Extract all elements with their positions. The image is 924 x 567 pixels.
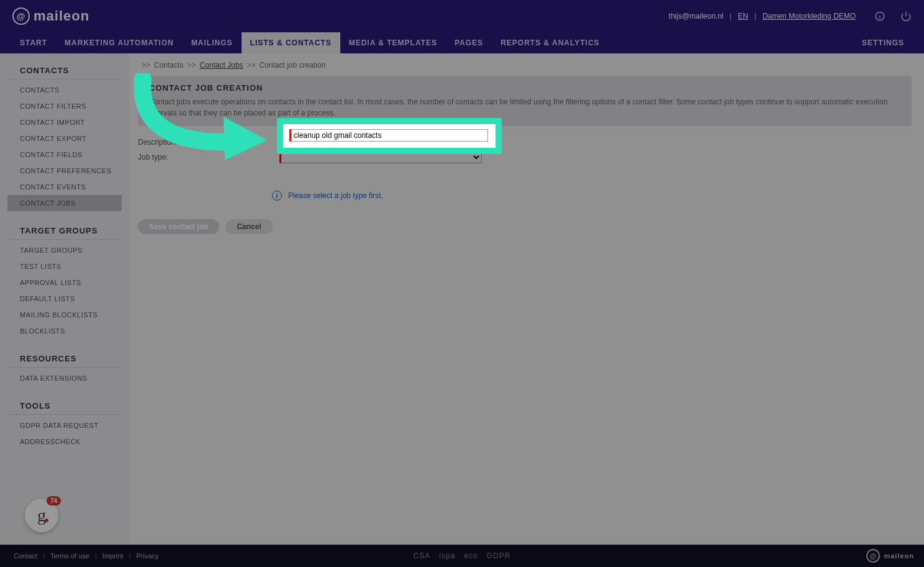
- app-footer: Contact | Terms of use | Imprint | Priva…: [0, 545, 924, 567]
- grammarly-widget[interactable]: g 74: [25, 499, 58, 532]
- separator: |: [754, 12, 756, 20]
- footer-link-privacy[interactable]: Privacy: [136, 552, 158, 560]
- main-panel: >>Contacts>>Contact Jobs>>Contact job cr…: [129, 53, 924, 545]
- sidebar-item-contact-jobs[interactable]: CONTACT JOBS: [7, 195, 122, 211]
- widget-badge: 74: [47, 496, 61, 506]
- logo-icon: @: [866, 549, 880, 563]
- sidebar-section-target-groups: TARGET GROUPS: [7, 220, 122, 240]
- brand-name: maileon: [884, 552, 914, 560]
- footer-brand: @ maileon: [866, 549, 914, 563]
- jobtype-row: Job type:: [138, 151, 912, 163]
- brand-name: maileon: [34, 8, 89, 24]
- widget-dot-icon: [45, 519, 48, 522]
- description-row: Description:: [138, 136, 912, 148]
- header-account-area: thijs@maileon.nl | EN | Damen Motorkledi…: [669, 11, 912, 22]
- app-header: @ maileon thijs@maileon.nl | EN | Damen …: [0, 0, 924, 32]
- nav-tab-start[interactable]: START: [11, 32, 56, 53]
- sidebar-item-contacts[interactable]: CONTACTS: [0, 82, 129, 98]
- cert-csa: CSA: [414, 551, 431, 560]
- nav-tab-settings[interactable]: SETTINGS: [853, 32, 913, 53]
- widget-letter: g: [37, 506, 46, 525]
- jobtype-label: Job type:: [138, 153, 279, 161]
- footer-link-contact[interactable]: Contact: [14, 552, 37, 560]
- nav-tab-reports-analytics[interactable]: REPORTS & ANALYTICS: [492, 32, 608, 53]
- sidebar-item-addresscheck[interactable]: ADDRESSCHECK: [0, 433, 129, 450]
- nav-tab-pages[interactable]: PAGES: [446, 32, 492, 53]
- breadcrumb-item[interactable]: Contact Jobs: [199, 61, 243, 70]
- save-button[interactable]: Save contact job: [138, 219, 219, 234]
- account-link[interactable]: Damen Motorkleding DEMO: [763, 12, 856, 20]
- footer-certs: CSAispaecoGDPR: [414, 551, 511, 560]
- breadcrumb-separator: >>: [247, 61, 255, 70]
- sidebar-item-contact-fields[interactable]: CONTACT FIELDS: [0, 147, 129, 163]
- cert-gdpr: GDPR: [487, 551, 511, 560]
- tutorial-highlight: [277, 118, 502, 154]
- sidebar-item-gdpr-data-request[interactable]: GDPR DATA REQUEST: [0, 417, 129, 433]
- nav-tab-lists-contacts[interactable]: LISTS & CONTACTS: [242, 32, 340, 53]
- power-icon[interactable]: [900, 11, 912, 22]
- breadcrumb-item: Contacts: [154, 61, 183, 70]
- sidebar-section-contacts: CONTACTS: [7, 60, 122, 79]
- nav-tab-media-templates[interactable]: MEDIA & TEMPLATES: [340, 32, 446, 53]
- cert-eco: eco: [464, 551, 478, 560]
- sidebar-item-contact-filters[interactable]: CONTACT FILTERS: [0, 98, 129, 114]
- footer-link-imprint[interactable]: Imprint: [102, 552, 124, 560]
- sidebar-item-target-groups[interactable]: TARGET GROUPS: [0, 242, 129, 258]
- highlighted-description-input[interactable]: [289, 129, 488, 142]
- brand-logo: @ maileon: [12, 7, 89, 25]
- sidebar: CONTACTSCONTACTSCONTACT FILTERSCONTACT I…: [0, 53, 129, 545]
- cert-ispa: ispa: [439, 551, 455, 560]
- footer-links: Contact | Terms of use | Imprint | Priva…: [10, 552, 163, 560]
- sidebar-item-test-lists[interactable]: TEST LISTS: [0, 258, 129, 274]
- breadcrumb-item: Contact job creation: [259, 61, 325, 70]
- sidebar-section-tools: TOOLS: [7, 395, 122, 415]
- sidebar-item-approval-lists[interactable]: APPROVAL LISTS: [0, 274, 129, 291]
- breadcrumb-separator: >>: [142, 61, 150, 70]
- sidebar-item-contact-preferences[interactable]: CONTACT PREFERENCES: [0, 163, 129, 179]
- sidebar-item-contact-import[interactable]: CONTACT IMPORT: [0, 114, 129, 130]
- sidebar-item-contact-export[interactable]: CONTACT EXPORT: [0, 130, 129, 147]
- jobtype-hint: i Please select a job type first.: [272, 191, 912, 201]
- hint-text: Please select a job type first.: [288, 191, 383, 200]
- breadcrumb: >>Contacts>>Contact Jobs>>Contact job cr…: [138, 61, 912, 70]
- highlight-inner: [283, 124, 496, 148]
- info-icon: i: [272, 191, 282, 201]
- separator: |: [93, 552, 99, 560]
- breadcrumb-separator: >>: [187, 61, 196, 70]
- intro-panel: CONTACT JOB CREATION Contact jobs execut…: [138, 76, 912, 126]
- panel-description: Contact jobs execute operations on conta…: [149, 96, 900, 119]
- sidebar-item-data-extensions[interactable]: DATA EXTENSIONS: [0, 370, 129, 386]
- sidebar-item-blocklists[interactable]: BLOCKLISTS: [0, 323, 129, 339]
- language-link[interactable]: EN: [738, 12, 748, 20]
- cancel-button[interactable]: Cancel: [225, 219, 272, 234]
- description-label: Description:: [138, 138, 279, 147]
- form-actions: Save contact job Cancel: [138, 219, 912, 234]
- logo-icon: @: [12, 7, 30, 25]
- nav-tab-mailings[interactable]: MAILINGS: [183, 32, 242, 53]
- separator: |: [127, 552, 132, 560]
- sidebar-section-resources: RESOURCES: [7, 348, 122, 368]
- sidebar-item-contact-events[interactable]: CONTACT EVENTS: [0, 179, 129, 195]
- user-email: thijs@maileon.nl: [669, 12, 723, 20]
- panel-title: CONTACT JOB CREATION: [149, 83, 900, 93]
- sidebar-item-default-lists[interactable]: DEFAULT LISTS: [0, 291, 129, 307]
- separator: |: [730, 12, 732, 20]
- sidebar-item-mailing-blocklists[interactable]: MAILING BLOCKLISTS: [0, 307, 129, 323]
- info-icon[interactable]: [874, 11, 886, 22]
- nav-tab-marketing-automation[interactable]: MARKETING AUTOMATION: [56, 32, 183, 53]
- separator: |: [41, 552, 47, 560]
- main-nav: STARTMARKETING AUTOMATIONMAILINGSLISTS &…: [0, 32, 924, 53]
- footer-link-terms-of-use[interactable]: Terms of use: [50, 552, 89, 560]
